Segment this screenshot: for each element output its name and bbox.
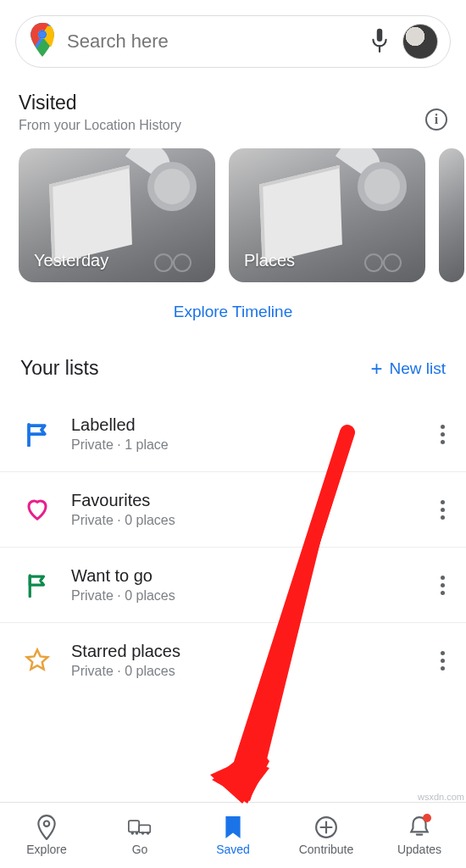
list-menu-button[interactable]	[432, 572, 452, 598]
list-name: Favourites	[71, 491, 412, 510]
svg-point-13	[147, 832, 150, 835]
search-bar[interactable]	[15, 15, 451, 68]
visited-card-label: Places	[244, 251, 295, 270]
your-lists-title: Your lists	[20, 357, 98, 380]
list-menu-button[interactable]	[432, 497, 452, 522]
svg-point-7	[44, 821, 49, 826]
bell-icon	[408, 815, 431, 839]
list-item-starred[interactable]: Starred places Private · 0 places	[0, 623, 466, 698]
list-sub: Private · 0 places	[71, 664, 412, 679]
heart-icon	[24, 496, 51, 523]
svg-rect-5	[377, 29, 383, 42]
nav-go[interactable]: Go	[93, 803, 186, 868]
nav-label: Go	[132, 843, 148, 856]
new-list-label: New list	[389, 359, 446, 378]
nav-contribute[interactable]: Contribute	[280, 803, 373, 868]
svg-point-12	[141, 832, 145, 835]
nav-saved[interactable]: Saved	[186, 803, 280, 868]
list-name: Starred places	[71, 642, 412, 661]
visited-card-label: Yesterday	[34, 251, 108, 270]
explore-timeline-link[interactable]: Explore Timeline	[0, 303, 466, 321]
svg-point-11	[136, 832, 139, 835]
bookmark-icon	[221, 815, 245, 839]
visited-card-more[interactable]	[439, 148, 464, 282]
info-icon[interactable]: i	[425, 108, 447, 131]
list-sub: Private · 1 place	[71, 437, 412, 453]
visited-subtitle: From your Location History	[19, 118, 181, 133]
list-name: Want to go	[71, 566, 412, 586]
nav-label: Contribute	[299, 843, 354, 856]
nav-updates[interactable]: Updates	[373, 803, 466, 868]
svg-rect-9	[139, 825, 150, 832]
transit-icon	[128, 815, 152, 839]
lists-container: Labelled Private · 1 place Favourites Pr…	[0, 397, 466, 698]
list-sub: Private · 0 places	[71, 513, 412, 528]
nav-label: Updates	[397, 843, 441, 856]
svg-marker-18	[212, 763, 263, 801]
plus-icon: +	[370, 359, 382, 379]
nav-explore[interactable]: Explore	[0, 803, 93, 868]
watermark: wsxdn.com	[418, 792, 464, 802]
profile-avatar[interactable]	[402, 24, 438, 59]
list-item-want-to-go[interactable]: Want to go Private · 0 places	[0, 548, 466, 623]
search-input[interactable]	[67, 31, 357, 53]
star-icon	[24, 647, 51, 674]
plus-circle-icon	[314, 815, 338, 839]
notification-badge	[423, 814, 431, 822]
nav-label: Saved	[216, 843, 250, 856]
list-item-labelled[interactable]: Labelled Private · 1 place	[0, 397, 466, 472]
visited-card-yesterday[interactable]: Yesterday	[19, 148, 215, 282]
flag-icon	[24, 571, 51, 598]
svg-marker-19	[214, 744, 269, 804]
visited-card-places[interactable]: Places	[229, 148, 425, 282]
svg-rect-8	[129, 821, 139, 832]
bottom-nav: Explore Go Saved Contribute Updates	[0, 802, 466, 868]
list-menu-button[interactable]	[432, 648, 452, 673]
google-maps-logo-icon	[30, 23, 55, 60]
visited-card-row: Yesterday Places	[0, 148, 466, 282]
svg-point-10	[131, 832, 135, 835]
nav-label: Explore	[26, 843, 66, 856]
list-menu-button[interactable]	[432, 421, 452, 447]
list-item-favourites[interactable]: Favourites Private · 0 places	[0, 472, 466, 548]
flag-outline-icon	[24, 420, 51, 448]
microphone-icon[interactable]	[369, 26, 391, 57]
visited-title: Visited	[19, 92, 181, 114]
svg-marker-20	[210, 759, 269, 804]
pin-icon	[35, 815, 58, 839]
new-list-button[interactable]: + New list	[370, 359, 446, 379]
list-name: Labelled	[71, 415, 412, 435]
list-sub: Private · 0 places	[71, 588, 412, 604]
